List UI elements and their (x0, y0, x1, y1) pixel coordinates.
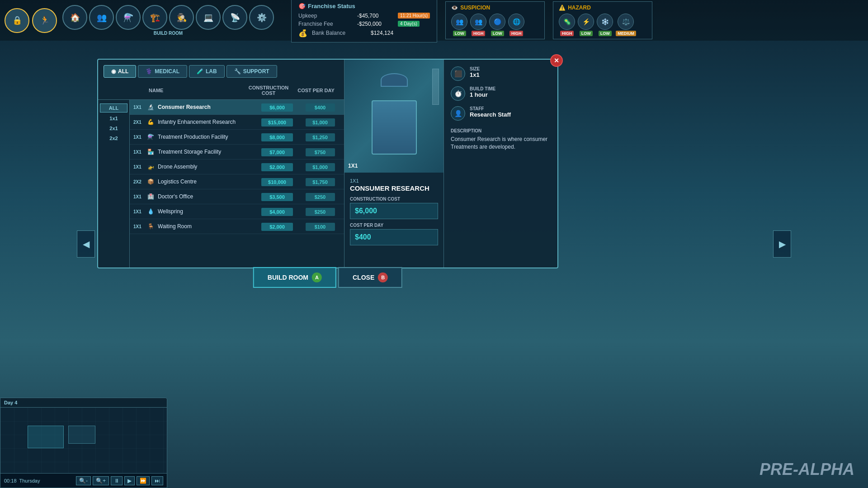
room-row-doctors-office[interactable]: 1X1 🏥 Doctor's Office $3,500 $250 (130, 189, 344, 204)
staff-label: STAFF (470, 106, 552, 111)
tab-all[interactable]: ◉ ALL (104, 65, 136, 78)
room-name-5: Drone Assembly (158, 164, 255, 170)
room-cost-9: $2,000 (255, 222, 300, 231)
construction-cost-label: CONSTRUCTION COST (350, 197, 438, 202)
construction-cost-block: CONSTRUCTION COST $6,000 (350, 197, 438, 219)
room-list-panel: ◉ ALL ⚕️ MEDICAL 🧪 LAB 🔧 SUPPORT (98, 60, 344, 267)
pause-button[interactable]: ⏸ (111, 476, 123, 485)
room-cpd-9: $100 (300, 222, 340, 231)
hazard-panel: ⚠️ HAZARD 🦠 HIGH ⚡ LOW ❄️ LOW ⚖️ MEDIUM (553, 1, 652, 39)
room-cpd-1: $400 (300, 103, 340, 112)
suspicion-icon-4: 🌐 HIGH (508, 14, 524, 36)
hud-group-icon[interactable]: 👥 (89, 5, 114, 30)
zoom-out-button[interactable]: 🔍- (76, 476, 91, 485)
fee-tag: 4 Day(s) (398, 21, 420, 27)
description-label: DESCRIPTION (451, 128, 552, 133)
hud-special-icon[interactable]: ⚙️ (249, 5, 274, 30)
hud-computer-icon[interactable]: 💻 (196, 5, 221, 30)
top-hud: 🔒 🏃 🏠 👥 ⚗️ 🏗️ 🕵️ 💻 📡 ⚙️ BUILD ROOM 🎯 Fra… (0, 0, 868, 41)
day-label: Day 4 (4, 400, 17, 405)
clock-icon: ⏱️ (451, 86, 465, 101)
col-cost-header: CONSTRUCTION COST (244, 85, 293, 96)
room-row-logistics-centre[interactable]: 2X2 📦 Logistics Centre $10,000 $1,750 (130, 174, 344, 189)
tab-lab[interactable]: 🧪 LAB (189, 65, 225, 78)
room-cost-7: $3,500 (255, 192, 300, 201)
hazard-icon-2: ⚡ LOW (578, 14, 594, 36)
tab-support[interactable]: 🔧 SUPPORT (226, 65, 277, 78)
upkeep-tag: 11:21 Hour(s) (398, 13, 430, 19)
hazard-icon-4: ⚖️ MEDIUM (616, 14, 636, 36)
svg-rect-0 (0, 408, 167, 480)
staff-icon: 👤 (451, 106, 465, 121)
size-detail-label: SIZE (470, 66, 552, 71)
cost-per-day-value: $400 (350, 229, 438, 245)
camera-dome (381, 73, 408, 87)
size-detail-value: 1x1 (470, 71, 552, 78)
staff-value: Research Staff (470, 111, 552, 118)
suspicion-icon-3: 🔵 LOW (489, 14, 505, 36)
minimap-header: Day 4 (0, 398, 167, 408)
room-icon-9: 🪑 (146, 222, 155, 231)
room-name-7: Doctor's Office (158, 193, 255, 200)
room-name-2: Infantry Enhancement Research (158, 119, 255, 125)
size-filter-all[interactable]: ALL (100, 103, 127, 113)
nav-left-arrow[interactable]: ◀ (77, 230, 95, 258)
minimap-content (0, 408, 167, 480)
room-cpd-4: $750 (300, 148, 340, 156)
suspicion-panel: 👁️ SUSPICION 👥 LOW 👥 HIGH 🔵 LOW 🌐 HIGH (445, 1, 545, 39)
hud-person-icon[interactable]: 🏠 (62, 5, 87, 30)
upkeep-label: Upkeep (298, 13, 353, 19)
close-button[interactable]: CLOSE B (338, 267, 402, 288)
size-icon: ⬛ (451, 66, 465, 81)
room-preview-panel: 1X1 1X1 CONSUMER RESEARCH CONSTRUCTION C… (344, 60, 444, 267)
nav-right-arrow[interactable]: ▶ (773, 230, 791, 258)
build-badge-a: A (312, 272, 322, 282)
size-filter-1x1[interactable]: 1x1 (100, 114, 127, 122)
upkeep-value: -$45,700 (357, 13, 393, 19)
size-filter-2x1[interactable]: 2x1 (100, 124, 127, 132)
suspicion-title: 👁️ SUSPICION (451, 5, 539, 11)
tab-medical[interactable]: ⚕️ MEDICAL (138, 65, 187, 78)
hud-lab-icon[interactable]: ⚗️ (116, 5, 141, 30)
room-row-consumer-research[interactable]: 1X1 🔬 Consumer Research $6,000 $400 (130, 100, 344, 115)
room-preview-image: 1X1 (344, 60, 443, 173)
dialog-close-button[interactable]: ✕ (550, 54, 563, 67)
build-room-button[interactable]: BUILD ROOM A (253, 267, 336, 288)
suspicion-icon-1: 👥 LOW (451, 14, 467, 36)
size-detail-row: ⬛ SIZE 1x1 (451, 66, 552, 81)
room-row-waiting-room[interactable]: 1X1 🪑 Waiting Room $2,000 $100 (130, 219, 344, 234)
play-button[interactable]: ▶ (124, 476, 135, 485)
hud-character-icon[interactable]: 🔒 (5, 8, 29, 33)
zoom-in-button[interactable]: 🔍+ (93, 476, 109, 485)
room-rows: 1X1 🔬 Consumer Research $6,000 $400 2X1 … (130, 100, 344, 267)
construction-cost-value: $6,000 (350, 203, 438, 219)
room-row-wellspring[interactable]: 1X1 💧 Wellspring $4,000 $250 (130, 204, 344, 219)
suspicion-icon-2: 👥 HIGH (470, 14, 486, 36)
room-cost-1: $6,000 (255, 103, 300, 112)
hud-agent-icon[interactable]: 🕵️ (169, 5, 194, 30)
room-size-9: 1X1 (133, 224, 146, 229)
room-row-infantry-enhancement[interactable]: 2X1 💪 Infantry Enhancement Research $15,… (130, 115, 344, 130)
cost-per-day-label: COST PER DAY (350, 223, 438, 228)
skip-button[interactable]: ⏭ (151, 476, 163, 485)
fee-value: -$250,000 (357, 21, 393, 27)
room-name-1: Consumer Research (158, 104, 255, 110)
minimap: Day 4 00:18 Thursday 🔍- 🔍+ ⏸ ▶ ⏩ ⏭ (0, 398, 167, 488)
hud-crane-icon[interactable]: 🏗️ (142, 5, 167, 30)
room-row-treatment-storage[interactable]: 1X1 🏪 Treatment Storage Facility $7,000 … (130, 145, 344, 160)
hud-run-icon[interactable]: 🏃 (32, 8, 57, 33)
size-filter-2x2[interactable]: 2x2 (100, 134, 127, 142)
bank-label: Bank Balance (312, 30, 366, 36)
time-label: 00:18 (4, 478, 17, 483)
close-badge-b: B (378, 272, 388, 282)
room-row-treatment-production[interactable]: 1X1 ⚗️ Treatment Production Facility $8,… (130, 130, 344, 145)
room-icon-8: 💧 (146, 207, 155, 216)
room-selection-dialog: ✕ ◉ ALL ⚕️ MEDICAL 🧪 LAB 🔧 (97, 59, 558, 268)
cost-per-day-block: COST PER DAY $400 (350, 223, 438, 245)
fast-forward-button[interactable]: ⏩ (137, 476, 150, 485)
hud-scan-icon[interactable]: 📡 (222, 5, 247, 30)
build-time-detail-row: ⏱️ BUILD TIME 1 hour (451, 86, 552, 101)
room-info-name: CONSUMER RESEARCH (350, 184, 438, 192)
room-row-drone-assembly[interactable]: 1X1 🚁 Drone Assembly $2,000 $1,000 (130, 160, 344, 174)
hazard-icon-1: 🦠 HIGH (559, 14, 575, 36)
